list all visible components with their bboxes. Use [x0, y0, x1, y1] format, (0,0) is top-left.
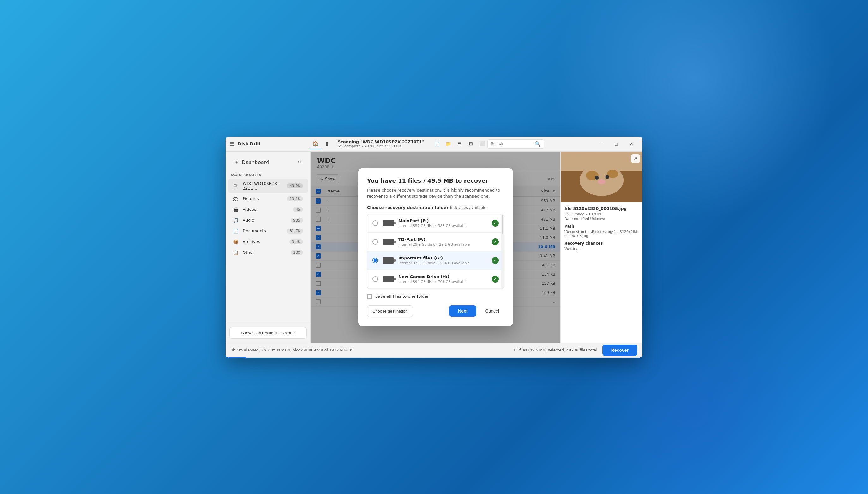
scan-results-label: Scan results	[225, 170, 311, 178]
status-bar: 0h 4m elapsed, 2h 21m remain, block 9886…	[225, 343, 643, 358]
recovery-chances-value: Waiting...	[565, 247, 639, 251]
app-window: ☰ Disk Drill 🏠 ⏸ Scanning "WDC WD10SPZX-…	[225, 136, 643, 358]
svg-point-5	[595, 176, 599, 179]
device-meta-importantfiles: Internal 97.6 GB disk • 38.4 GB availabl…	[398, 261, 487, 265]
radio-mainpart[interactable]	[372, 220, 378, 226]
menu-icon[interactable]: ☰	[229, 141, 234, 147]
file-icon-btn[interactable]: 📄	[432, 139, 442, 149]
sidebar-item-other-count: 130	[291, 250, 303, 255]
modal-title: You have 11 files / 49.5 MB to recover	[367, 177, 504, 184]
status-left-text: 0h 4m elapsed, 2h 21m remain, block 9886…	[231, 348, 508, 353]
title-bar: ☰ Disk Drill 🏠 ⏸ Scanning "WDC WD10SPZX-…	[225, 136, 643, 152]
sidebar-item-drive-label: WDC WD10SPZX-22Z1...	[242, 181, 284, 191]
status-right-text: 11 files (49.5 MB) selected, 49208 files…	[513, 348, 597, 353]
sidebar-item-other[interactable]: 📋 Other 130	[228, 247, 308, 258]
sidebar-item-other-label: Other	[242, 250, 288, 255]
show-in-explorer-btn[interactable]: Show scan results in Explorer	[229, 327, 307, 339]
device-name-gamesdrive: New Games Drive (H:)	[398, 274, 487, 279]
drive-icon-importantfiles	[382, 257, 394, 264]
close-btn[interactable]: ✕	[624, 139, 639, 149]
save-folder-checkbox[interactable]	[367, 294, 372, 299]
device-status-tdpart: ✓	[492, 238, 499, 245]
device-info-gamesdrive: New Games Drive (H:) Internal 894 GB dis…	[398, 274, 487, 284]
nav-pause-btn[interactable]: ⏸	[321, 138, 333, 150]
recover-btn[interactable]: Recover	[603, 344, 637, 356]
device-item-importantfiles[interactable]: Important files (G:) Internal 97.6 GB di…	[367, 251, 504, 270]
sidebar: ⊞ Dashboard ⟳ Scan results 🖥 WDC WD10SPZ…	[225, 152, 311, 343]
content-area: ⊞ Dashboard ⟳ Scan results 🖥 WDC WD10SPZ…	[225, 152, 643, 343]
folder-icon-btn[interactable]: 📁	[443, 139, 453, 149]
device-meta-gamesdrive: Internal 894 GB disk • 701 GB available	[398, 280, 487, 284]
device-status-mainpart: ✓	[492, 220, 499, 227]
sidebar-item-videos-count: 45	[293, 207, 303, 212]
device-item-gamesdrive[interactable]: New Games Drive (H:) Internal 894 GB dis…	[367, 270, 504, 288]
save-folder-row: Save all files to one folder	[367, 294, 504, 299]
devices-available: (6 devices available)	[449, 206, 488, 210]
sidebar-item-drive[interactable]: 🖥 WDC WD10SPZX-22Z1... 49.2K	[228, 178, 308, 193]
device-name-tdpart: TD-Part (F:)	[398, 237, 487, 242]
radio-importantfiles[interactable]	[372, 258, 378, 263]
device-item-tdpart[interactable]: TD-Part (F:) Internal 29.2 GB disk • 29.…	[367, 233, 504, 251]
videos-icon: 🎬	[233, 207, 239, 212]
scrollbar-thumb[interactable]	[501, 215, 504, 233]
scanning-title: Scanning "WDC WD10SPZX-22Z10T1"	[338, 139, 424, 144]
sidebar-item-drive-count: 49.2K	[287, 183, 303, 188]
minimize-btn[interactable]: —	[594, 139, 608, 149]
device-list: MainPart (E:) Internal 857 GB disk • 388…	[367, 214, 504, 289]
dashboard-icon: ⊞	[234, 159, 238, 165]
device-name-mainpart: MainPart (E:)	[398, 218, 487, 223]
sidebar-item-videos[interactable]: 🎬 Videos 45	[228, 205, 308, 215]
device-info-importantfiles: Important files (G:) Internal 97.6 GB di…	[398, 256, 487, 265]
app-title: Disk Drill	[238, 141, 260, 146]
path-value: \Reconstructed\Pictures\jpg\file 5120x28…	[565, 230, 639, 238]
preview-filetype: JPEG Image – 10.8 MB	[565, 212, 639, 216]
other-icon: 📋	[233, 250, 239, 255]
radio-gamesdrive[interactable]	[372, 276, 378, 282]
svg-point-7	[598, 179, 606, 184]
device-info-mainpart: MainPart (E:) Internal 857 GB disk • 388…	[398, 218, 487, 228]
drive-icon-mainpart	[382, 220, 394, 226]
radio-inner	[374, 259, 377, 262]
loading-icon: ⟳	[298, 159, 302, 165]
audio-icon: 🎵	[233, 218, 239, 223]
device-item-mainpart[interactable]: MainPart (E:) Internal 857 GB disk • 388…	[367, 214, 504, 233]
device-meta-tdpart: Internal 29.2 GB disk • 29.1 GB availabl…	[398, 242, 487, 247]
sidebar-item-pictures[interactable]: 🖼 Pictures 13.1K	[228, 194, 308, 204]
drive-icon: 🖥	[233, 183, 239, 188]
split-icon-btn[interactable]: ⬜	[477, 139, 487, 149]
dashboard-btn[interactable]: ⊞ Dashboard ⟳	[231, 157, 305, 168]
cancel-btn[interactable]: Cancel	[480, 305, 504, 317]
scan-progress-fill	[225, 357, 246, 358]
open-preview-btn[interactable]: ↗	[631, 154, 640, 163]
pictures-icon: 🖼	[233, 196, 239, 201]
grid-icon-btn[interactable]: ⊞	[466, 139, 476, 149]
recovery-chances-label: Recovery chances	[565, 241, 639, 246]
documents-icon: 📄	[233, 229, 239, 233]
scanning-subtitle: 5% complete – 49208 files / 55.9 GB	[338, 144, 401, 148]
search-input[interactable]	[491, 141, 533, 146]
sidebar-item-audio-label: Audio	[242, 218, 288, 223]
search-bar: 🔍	[487, 139, 544, 149]
sidebar-item-documents[interactable]: 📄 Documents 31.7K	[228, 226, 308, 236]
list-icon-btn[interactable]: ☰	[455, 139, 465, 149]
sidebar-item-audio[interactable]: 🎵 Audio 935	[228, 215, 308, 225]
save-folder-label: Save all files to one folder	[375, 294, 429, 299]
preview-svg	[561, 152, 643, 202]
recovery-modal: You have 11 files / 49.5 MB to recover P…	[358, 169, 513, 326]
next-btn[interactable]: Next	[449, 305, 476, 317]
nav-home-btn[interactable]: 🏠	[310, 138, 321, 150]
modal-section-label: Choose recovery destination folder	[367, 205, 449, 210]
scrollbar-track	[501, 214, 504, 288]
device-status-importantfiles: ✓	[492, 257, 499, 264]
sidebar-item-pictures-label: Pictures	[242, 196, 284, 201]
sidebar-item-archives-label: Archives	[242, 239, 286, 244]
radio-tdpart[interactable]	[372, 239, 378, 245]
preview-filename: file 5120x2880_000105.jpg	[565, 206, 639, 211]
maximize-btn[interactable]: □	[609, 139, 624, 149]
choose-destination-btn[interactable]: Choose destination	[367, 305, 413, 317]
archives-icon: 📦	[233, 239, 239, 244]
sidebar-item-archives[interactable]: 📦 Archives 3.4K	[228, 237, 308, 247]
sidebar-item-documents-count: 31.7K	[287, 229, 303, 233]
device-meta-mainpart: Internal 857 GB disk • 388 GB available	[398, 224, 487, 228]
drive-icon-gamesdrive	[382, 276, 394, 282]
